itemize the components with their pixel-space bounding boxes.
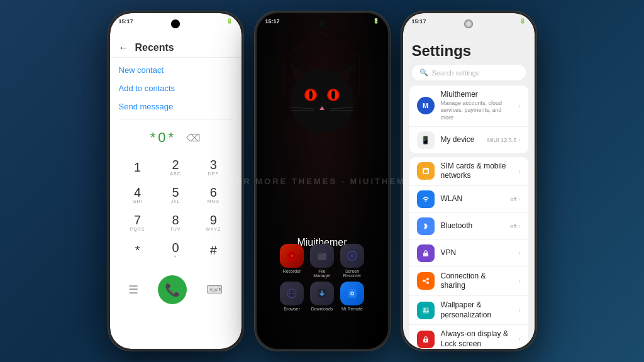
filemanager-icon	[310, 244, 334, 268]
bluetooth-label: Bluetooth	[441, 221, 504, 231]
key-6[interactable]: 6MNO	[194, 181, 232, 209]
back-icon[interactable]: ←	[119, 42, 129, 53]
svg-rect-26	[318, 252, 322, 255]
settings-wallpaper-item[interactable]: Wallpaper & personalization ›	[409, 296, 528, 325]
key-star[interactable]: *	[119, 236, 157, 264]
battery-icon-3: 🔋	[519, 18, 526, 24]
dialpad-display: *0* ⌫	[110, 119, 242, 151]
lockscreen-apps: Recorder File Manager Screen Recorder	[280, 244, 364, 311]
connection-label: Connection & sharing	[441, 272, 513, 291]
aod-text: Always-on display & Lock screen	[441, 329, 513, 349]
miremote-icon	[340, 282, 364, 305]
punch-hole-1	[171, 19, 180, 28]
app-filemanager[interactable]: File Manager	[310, 244, 334, 278]
mydevice-value: MIUI 12.5.5	[487, 137, 517, 143]
svg-point-16	[331, 90, 335, 99]
status-icons-2: 🔋	[373, 18, 379, 24]
key-9[interactable]: 9WXYZ	[194, 209, 232, 236]
dialpad-icon[interactable]: ⌨	[206, 283, 223, 297]
dialpad-bottom-bar: ☰ 📞 ⌨	[110, 269, 242, 310]
settings-aod-item[interactable]: Always-on display & Lock screen ›	[409, 325, 528, 349]
phone-lockscreen: 15:17 🔋	[255, 11, 390, 351]
key-7[interactable]: 7PQRS	[119, 209, 157, 236]
vpn-icon	[417, 244, 435, 262]
filemanager-label: File Manager	[310, 269, 334, 278]
settings-sim-item[interactable]: SIM cards & mobile networks ›	[409, 157, 528, 186]
wlan-right: off ›	[510, 195, 520, 202]
svg-point-41	[426, 282, 429, 284]
send-message-link[interactable]: Send message	[119, 102, 233, 111]
svg-point-15	[309, 90, 313, 99]
battery-icon-1: 🔋	[226, 18, 233, 24]
main-settings-card: SIM cards & mobile networks › WLAN off ›	[409, 157, 528, 349]
apps-row-1: Recorder File Manager Screen Recorder	[280, 244, 364, 278]
account-sub: Manage accounts, cloud services, payment…	[441, 100, 513, 122]
screen-recents: ← Recents New contact Add to contacts Se…	[110, 13, 242, 349]
call-button[interactable]: 📞	[158, 275, 187, 304]
app-recorder[interactable]: Recorder	[280, 244, 304, 278]
apps-row-2: Browser Downloads Mi Remote	[280, 282, 364, 311]
settings-connection-item[interactable]: Connection & sharing ›	[409, 267, 528, 296]
downloads-icon	[310, 282, 334, 305]
app-miremote[interactable]: Mi Remote	[340, 282, 364, 311]
settings-search-bar[interactable]: 🔍 Search settings	[412, 65, 526, 80]
screen-settings: Settings 🔍 Search settings M Miuithemer …	[403, 13, 535, 349]
aod-icon	[417, 331, 435, 348]
app-browser[interactable]: Browser	[280, 282, 304, 311]
mydevice-text: My device	[441, 135, 481, 145]
settings-bluetooth-item[interactable]: Bluetooth off ›	[409, 213, 528, 240]
screen-lockscreen: Miuithemer Recorder File Manager	[257, 13, 388, 349]
wlan-label: WLAN	[441, 194, 504, 204]
sim-text: SIM cards & mobile networks	[441, 162, 513, 181]
app-downloads[interactable]: Downloads	[310, 282, 334, 311]
wallpaper-icon	[417, 302, 435, 319]
mydevice-icon: 📱	[417, 131, 435, 149]
wlan-text: WLAN	[441, 194, 504, 204]
wallpaper-text: Wallpaper & personalization	[441, 300, 513, 320]
new-contact-link[interactable]: New contact	[119, 65, 233, 75]
wlan-value: off	[510, 196, 516, 202]
phone-recents: 15:17 🔋 ← Recents New contact Add to con…	[108, 11, 243, 351]
key-2[interactable]: 2ABC	[157, 153, 194, 181]
connection-icon	[417, 272, 435, 290]
svg-point-35	[352, 293, 353, 295]
search-placeholder: Search settings	[432, 69, 480, 77]
account-name: Miuithemer	[441, 90, 513, 100]
settings-wlan-item[interactable]: WLAN off ›	[409, 186, 528, 213]
menu-icon[interactable]: ☰	[128, 283, 138, 297]
bluetooth-value: off	[510, 223, 516, 229]
recorder-label: Recorder	[283, 269, 301, 273]
key-8[interactable]: 8TUV	[157, 209, 194, 236]
vpn-text: VPN	[441, 248, 513, 258]
svg-point-45	[423, 308, 425, 310]
key-4[interactable]: 4GHI	[119, 181, 157, 209]
key-5[interactable]: 5JKL	[157, 181, 194, 209]
key-3[interactable]: 3DEF	[194, 153, 232, 181]
key-1[interactable]: 1	[119, 153, 157, 181]
key-0[interactable]: 0+	[157, 236, 194, 264]
connection-text: Connection & sharing	[441, 272, 513, 291]
recents-actions: New contact Add to contacts Send message	[110, 58, 242, 119]
account-avatar: M	[417, 97, 435, 114]
mydevice-right: MIUI 12.5.5 ›	[487, 136, 521, 143]
settings-account-item[interactable]: M Miuithemer Manage accounts, cloud serv…	[409, 85, 528, 127]
key-hash[interactable]: #	[194, 236, 232, 264]
dialpad-grid: 1 2ABC 3DEF 4GHI 5JKL 6MNO 7PQRS 8TUV 9W…	[110, 151, 242, 266]
chevron-icon-mydevice: ›	[518, 136, 520, 143]
lockscreen-background: Miuithemer Recorder File Manager	[257, 13, 388, 349]
settings-content: Settings 🔍 Search settings M Miuithemer …	[403, 13, 535, 349]
recorder-icon	[280, 244, 304, 268]
delete-icon[interactable]: ⌫	[186, 132, 201, 144]
add-to-contacts-link[interactable]: Add to contacts	[119, 84, 233, 93]
miremote-label: Mi Remote	[341, 307, 363, 311]
bluetooth-icon	[417, 217, 435, 235]
mydevice-label: My device	[441, 135, 481, 145]
settings-mydevice-item[interactable]: 📱 My device MIUI 12.5.5 ›	[409, 127, 528, 153]
settings-vpn-item[interactable]: VPN ›	[409, 240, 528, 267]
recents-content: ← Recents New contact Add to contacts Se…	[110, 13, 242, 349]
app-screenrec[interactable]: Screen Recorder	[340, 244, 364, 278]
chevron-icon-wlan: ›	[518, 195, 520, 202]
downloads-label: Downloads	[311, 307, 333, 311]
wlan-icon	[417, 190, 435, 208]
recents-header: ← Recents	[110, 36, 242, 58]
